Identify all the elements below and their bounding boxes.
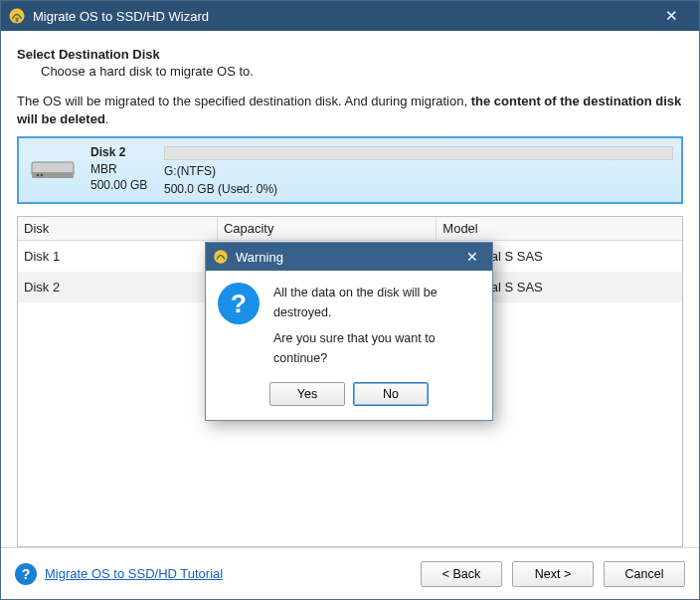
cell-disk: Disk 2 — [18, 272, 217, 302]
wizard-footer: ? Migrate OS to SSD/HD Tutorial < Back N… — [1, 547, 699, 599]
col-model[interactable]: Model — [437, 217, 682, 241]
selected-disk-usage-text: 500.0 GB (Used: 0%) — [164, 182, 673, 196]
warning-dialog: Warning ✕ ? All the data on the disk wil… — [205, 242, 493, 421]
dialog-message: All the data on the disk will be destroy… — [273, 283, 480, 368]
dialog-body: ? All the data on the disk will be destr… — [206, 271, 492, 382]
close-icon[interactable]: ✕ — [458, 245, 486, 269]
svg-point-4 — [37, 174, 39, 176]
selected-disk-scheme: MBR — [90, 161, 152, 177]
disk-icon — [27, 150, 79, 190]
next-button[interactable]: Next > — [512, 561, 594, 587]
svg-point-5 — [41, 174, 43, 176]
selected-disk-meta: Disk 2 MBR 500.00 GB — [90, 144, 152, 193]
intro-text: The OS will be migrated to the specified… — [17, 93, 683, 128]
dialog-app-icon — [212, 248, 230, 266]
selected-disk-volume: G:(NTFS) — [164, 164, 673, 178]
cell-disk: Disk 1 — [18, 241, 217, 273]
page-heading: Select Destination Disk — [17, 47, 683, 62]
help-icon[interactable]: ? — [15, 563, 37, 585]
question-icon: ? — [218, 283, 260, 324]
dialog-line2: Are you sure that you want to continue? — [273, 328, 480, 368]
dialog-titlebar: Warning ✕ — [206, 243, 492, 271]
selected-disk-panel: Disk 2 MBR 500.00 GB G:(NTFS) 500.0 GB (… — [17, 136, 683, 204]
app-icon — [7, 6, 27, 26]
intro-pre: The OS will be migrated to the specified… — [17, 94, 471, 108]
close-icon[interactable]: ✕ — [649, 1, 693, 31]
svg-rect-1 — [16, 18, 19, 23]
disk-usage-bar — [164, 146, 673, 160]
selected-disk-usage: G:(NTFS) 500.0 GB (Used: 0%) — [164, 144, 673, 196]
titlebar: Migrate OS to SSD/HD Wizard ✕ — [1, 1, 699, 31]
tutorial-link-group: ? Migrate OS to SSD/HD Tutorial — [15, 563, 411, 585]
intro-post: . — [105, 111, 109, 126]
dialog-title: Warning — [236, 250, 458, 265]
tutorial-link[interactable]: Migrate OS to SSD/HD Tutorial — [45, 566, 223, 581]
cancel-button[interactable]: Cancel — [604, 561, 685, 587]
no-button[interactable]: No — [353, 382, 429, 406]
svg-point-6 — [214, 250, 227, 263]
dialog-buttons: Yes No — [206, 382, 492, 420]
selected-disk-name: Disk 2 — [90, 144, 152, 160]
dialog-line1: All the data on the disk will be destroy… — [273, 283, 480, 322]
yes-button[interactable]: Yes — [269, 382, 345, 406]
col-disk[interactable]: Disk — [18, 217, 217, 241]
col-capacity[interactable]: Capacity — [217, 217, 436, 241]
window-title: Migrate OS to SSD/HD Wizard — [33, 9, 649, 24]
page-subheading: Choose a hard disk to migrate OS to. — [41, 64, 683, 79]
selected-disk-size: 500.00 GB — [90, 177, 152, 193]
back-button[interactable]: < Back — [421, 561, 502, 587]
